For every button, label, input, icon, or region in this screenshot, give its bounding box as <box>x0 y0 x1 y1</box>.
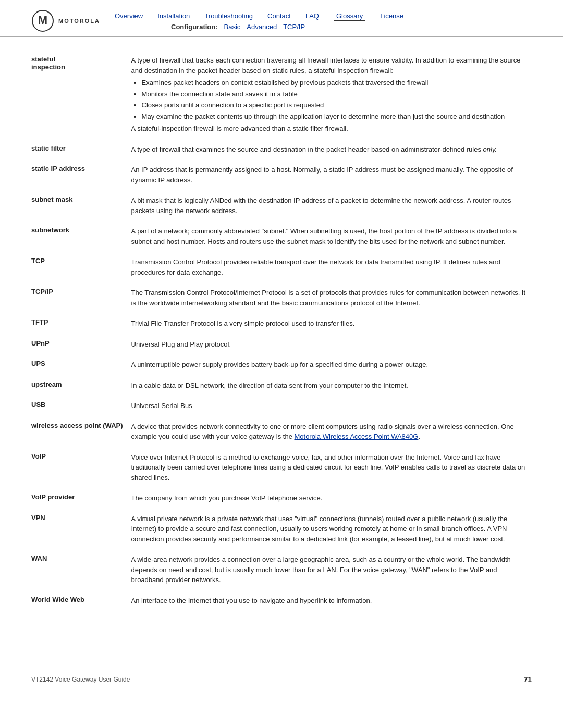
nav-license[interactable]: License <box>380 12 403 20</box>
table-row: VoIP Voice over Internet Protocol is a m… <box>31 450 532 486</box>
def-voip: Voice over Internet Protocol is a method… <box>131 450 532 486</box>
table-row: TCP/IP The Transmission Control Protocol… <box>31 285 532 311</box>
term-www: World Wide Web <box>31 593 131 609</box>
italic-text: only. <box>483 145 497 153</box>
term-upnp: UPnP <box>31 337 131 352</box>
table-row: subnetwork A part of a network; commonly… <box>31 224 532 249</box>
term-static-ip: static IP address <box>31 162 131 188</box>
page-header: M MOTOROLA Overview Installation Trouble… <box>0 0 563 37</box>
row-spacer <box>31 188 532 193</box>
def-upnp: Universal Plug and Play protocol. <box>131 337 532 352</box>
table-row: VPN A virtual private network is a priva… <box>31 511 532 547</box>
def-stateful-inspection: A type of firewall that tracks each conn… <box>131 53 532 137</box>
table-row: World Wide Web An interface to the Inter… <box>31 593 532 609</box>
def-usb: Universal Serial Bus <box>131 398 532 414</box>
def-voip-provider: The company from which you purchase VoIP… <box>131 490 532 506</box>
nav-row-secondary: Configuration: Basic Advanced TCP/IP <box>115 23 532 31</box>
nav-glossary[interactable]: Glossary <box>334 11 365 21</box>
table-row: UPS A uninterruptible power supply provi… <box>31 357 532 373</box>
table-row: subnet mask A bit mask that is logically… <box>31 193 532 218</box>
list-item: Monitors the connection state and saves … <box>142 89 528 100</box>
def-www: An interface to the Internet that you us… <box>131 593 532 609</box>
def-static-ip: An IP address that is permanently assign… <box>131 162 532 188</box>
nav-faq[interactable]: FAQ <box>305 12 319 20</box>
table-row: wireless access point (WAP) A device tha… <box>31 419 532 445</box>
row-spacer <box>31 506 532 511</box>
nav-row-primary: Overview Installation Troubleshooting Co… <box>115 11 532 21</box>
motorola-logo-icon: M <box>31 9 54 32</box>
term-upstream: upstream <box>31 378 131 393</box>
wap-link[interactable]: Motorola Wireless Access Point WA840G <box>294 433 418 440</box>
table-row: static filter A type of firewall that ex… <box>31 142 532 157</box>
term-usb: USB <box>31 398 131 414</box>
table-row: statefulinspection A type of firewall th… <box>31 53 532 137</box>
row-spacer <box>31 445 532 450</box>
table-row: upstream In a cable data or DSL network,… <box>31 378 532 393</box>
row-spacer <box>31 311 532 316</box>
term-static-filter: static filter <box>31 142 131 157</box>
nav-troubleshooting[interactable]: Troubleshooting <box>204 12 253 20</box>
row-spacer <box>31 352 532 357</box>
row-spacer <box>31 157 532 162</box>
list-item: May examine the packet contents up throu… <box>142 112 528 122</box>
table-row: UPnP Universal Plug and Play protocol. <box>31 337 532 352</box>
logo-area: M MOTOROLA <box>31 9 115 32</box>
term-tcpip: TCP/IP <box>31 285 131 311</box>
footer-page-number: 71 <box>523 675 532 684</box>
row-spacer <box>31 218 532 224</box>
term-tcp: TCP <box>31 254 131 280</box>
table-row: USB Universal Serial Bus <box>31 398 532 414</box>
nav-basic[interactable]: Basic <box>224 23 241 31</box>
svg-text:M: M <box>38 14 47 27</box>
def-static-filter: A type of firewall that examines the sou… <box>131 142 532 157</box>
term-subnet-mask: subnet mask <box>31 193 131 218</box>
navigation: Overview Installation Troubleshooting Co… <box>115 11 532 31</box>
term-vpn: VPN <box>31 511 131 547</box>
def-tcpip: The Transmission Control Protocol/Intern… <box>131 285 532 311</box>
row-spacer <box>31 137 532 142</box>
term-wap: wireless access point (WAP) <box>31 419 131 445</box>
def-ups: A uninterruptible power supply provides … <box>131 357 532 373</box>
nav-overview[interactable]: Overview <box>115 12 143 20</box>
row-spacer <box>31 414 532 419</box>
table-row: static IP address An IP address that is … <box>31 162 532 188</box>
def-subnetwork: A part of a network; commonly abbreviate… <box>131 224 532 249</box>
nav-installation[interactable]: Installation <box>157 12 190 20</box>
table-row: TCP Transmission Control Protocol provid… <box>31 254 532 280</box>
list-item: Examines packet headers on context estab… <box>142 78 528 88</box>
configuration-label: Configuration: <box>171 23 218 31</box>
page-footer: VT2142 Voice Gateway User Guide 71 <box>0 671 563 688</box>
def-upstream: In a cable data or DSL network, the dire… <box>131 378 532 393</box>
def-tftp: Trivial File Transfer Protocol is a very… <box>131 316 532 331</box>
term-wan: WAN <box>31 552 131 588</box>
row-spacer <box>31 280 532 285</box>
term-ups: UPS <box>31 357 131 373</box>
table-row: TFTP Trivial File Transfer Protocol is a… <box>31 316 532 331</box>
def-wan: A wide-area network provides a connectio… <box>131 552 532 588</box>
row-spacer <box>31 249 532 254</box>
term-voip-provider: VoIP provider <box>31 490 131 506</box>
def-subnet-mask: A bit mask that is logically ANDed with … <box>131 193 532 218</box>
nav-advanced[interactable]: Advanced <box>247 23 277 31</box>
term-subnetwork: subnetwork <box>31 224 131 249</box>
row-spacer <box>31 393 532 398</box>
def-vpn: A virtual private network is a private n… <box>131 511 532 547</box>
row-spacer <box>31 373 532 378</box>
nav-tcpip[interactable]: TCP/IP <box>283 23 305 31</box>
term-voip: VoIP <box>31 450 131 486</box>
footer-text: VT2142 Voice Gateway User Guide <box>31 676 130 683</box>
row-spacer <box>31 331 532 337</box>
nav-contact[interactable]: Contact <box>267 12 291 20</box>
table-row: VoIP provider The company from which you… <box>31 490 532 506</box>
term-tftp: TFTP <box>31 316 131 331</box>
def-wap: A device that provides network connectiv… <box>131 419 532 445</box>
row-spacer <box>31 588 532 593</box>
def-tcp: Transmission Control Protocol provides r… <box>131 254 532 280</box>
table-row: WAN A wide-area network provides a conne… <box>31 552 532 588</box>
main-content: statefulinspection A type of firewall th… <box>0 37 563 629</box>
list-item: Closes ports until a connection to a spe… <box>142 100 528 110</box>
motorola-brand-text: MOTOROLA <box>58 18 100 24</box>
row-spacer <box>31 547 532 552</box>
term-stateful-inspection: statefulinspection <box>31 53 131 137</box>
glossary-table: statefulinspection A type of firewall th… <box>31 53 532 608</box>
